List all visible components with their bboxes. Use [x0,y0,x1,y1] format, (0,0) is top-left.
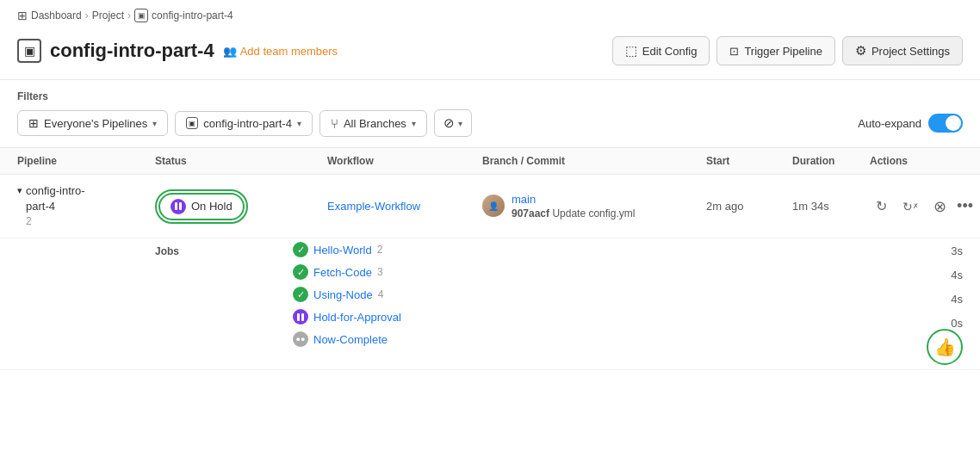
teams-icon: 👥 [223,45,237,58]
col-status: Status [155,155,327,167]
avatar: 👤 [482,195,505,217]
pipeline-name: ▾ config-intro- part-4 2 [17,183,155,229]
pipeline-icon-small: ▣ [134,9,148,22]
table-header: Pipeline Status Workflow Branch / Commit… [0,147,980,175]
status-badge: On Hold [158,193,245,220]
status-text: On Hold [191,200,233,213]
more-menu-button[interactable]: ••• [957,197,973,215]
col-workflow: Workflow [327,155,482,167]
project-settings-button[interactable]: ⚙ Project Settings [842,36,963,65]
pipeline-name-line2: part-4 [26,199,85,214]
breadcrumb-sep2: › [127,9,131,22]
branch-name[interactable]: main [512,193,635,206]
add-team-link[interactable]: 👥 Add team members [223,45,338,58]
cancel-button[interactable]: ⊗ [927,195,952,219]
actions-cell: ↻ ↻✗ ⊗ ••• [870,195,973,219]
project-filter-icon: ▣ [186,117,198,129]
job-name[interactable]: Using-Node [313,288,373,301]
filters-row: ⊞ Everyone's Pipelines ▾ ▣ config-intro-… [17,109,963,137]
branch-icon: ⑂ [331,116,338,131]
pipeline-number: 2 [26,214,85,229]
success-icon: ✓ [293,242,308,257]
status-badge-wrapper: On Hold [155,189,248,224]
status-cell: On Hold [155,189,327,224]
job-name[interactable]: Hold-for-Approval [313,311,401,324]
start-time: 2m ago [706,200,792,213]
col-branch: Branch / Commit [482,155,706,167]
workflow-link[interactable]: Example-Workflow [327,200,420,213]
breadcrumb-project[interactable]: config-intro-part-4 [152,9,233,22]
breadcrumb-category: Project [92,9,124,22]
job-duration: 4s [951,269,963,281]
expand-chevron[interactable]: ▾ [17,185,22,196]
job-num: 2 [377,244,383,256]
hold-icon [293,309,308,325]
chevron-icon: ▾ [152,119,157,128]
chevron-icon3: ▾ [412,119,416,128]
dashboard-icon: ⊞ [17,9,28,22]
col-start: Start [706,155,792,167]
breadcrumb: ⊞ Dashboard › Project › ▣ config-intro-p… [0,0,980,28]
gear-icon: ⚙ [855,43,866,59]
job-num: 4 [378,288,384,300]
edit-config-button[interactable]: ⬚ Edit Config [612,36,710,65]
everyone-pipelines-dropdown[interactable]: ⊞ Everyone's Pipelines ▾ [17,110,168,136]
duration: 1m 34s [792,200,870,213]
jobs-content: ✓ Hello-World 2 ✓ Fetch-Code 3 ✓ Using-N… [293,238,980,359]
filters-section: Filters ⊞ Everyone's Pipelines ▾ ▣ confi… [0,80,980,147]
workflow-cell: Example-Workflow [327,200,482,213]
filter-extra-button[interactable]: ⊘ ▾ [434,109,472,137]
job-duration: 4s [951,293,963,306]
job-num: 3 [377,266,383,278]
filter-icon: ⊘ [443,115,455,131]
breadcrumb-dashboard[interactable]: Dashboard [31,9,82,22]
success-icon: ✓ [293,264,308,280]
jobs-label: Jobs [155,245,179,257]
pipelines-icon: ⊞ [28,116,39,130]
breadcrumb-sep: › [85,9,89,22]
project-filter-dropdown[interactable]: ▣ config-intro-part-4 ▾ [175,111,313,136]
pipeline-row: ▾ config-intro- part-4 2 On Hold Example… [0,175,980,238]
hold-status-icon [171,199,186,214]
job-name[interactable]: Fetch-Code [313,266,372,279]
list-item: Hold-for-Approval [293,306,927,328]
jobs-list: ✓ Hello-World 2 ✓ Fetch-Code 3 ✓ Using-N… [293,238,927,359]
col-pipeline: Pipeline [17,155,155,167]
branch-commit-cell: 👤 main 907aacf Update config.yml [482,193,706,220]
header-actions: ⬚ Edit Config ⊡ Trigger Pipeline ⚙ Proje… [612,36,963,65]
page-header: ▣ config-intro-part-4 👥 Add team members… [0,28,980,80]
running-icon: ●● [293,331,308,347]
auto-expand-toggle[interactable] [928,114,963,133]
auto-expand-section: Auto-expand [858,114,963,133]
filter-chevron: ▾ [458,119,462,128]
chevron-icon2: ▾ [297,119,301,128]
filters-label: Filters [17,90,963,102]
col-actions: Actions [870,155,973,167]
header-left: ▣ config-intro-part-4 👥 Add team members [17,39,612,63]
jobs-section: Jobs ✓ Hello-World 2 ✓ Fetch-Code 3 [0,238,980,370]
pipeline-name-line1: config-intro- [26,183,85,199]
project-icon: ▣ [17,39,41,63]
page-title: config-intro-part-4 [50,40,214,62]
toggle-knob [946,115,961,131]
rerun-button[interactable]: ↻ [870,195,894,219]
rerun-failed-button[interactable]: ↻✗ [899,195,923,219]
durations-col: 3s 4s 4s 0s 👍 [927,238,980,359]
col-duration: Duration [792,155,870,167]
success-icon: ✓ [293,287,308,302]
trigger-pipeline-button[interactable]: ⊡ Trigger Pipeline [716,36,835,65]
job-name[interactable]: Now-Complete [313,333,388,346]
job-duration: 0s [951,317,963,330]
edit-config-icon: ⬚ [625,43,637,59]
commit-info: 907aacf Update config.yml [512,207,635,220]
job-name[interactable]: Hello-World [313,244,372,257]
approve-button[interactable]: 👍 [927,329,963,365]
list-item: ✓ Using-Node 4 [293,283,927,306]
job-duration: 3s [951,244,963,257]
list-item: ✓ Fetch-Code 3 [293,261,927,283]
list-item: ●● Now-Complete [293,328,927,350]
branches-filter-dropdown[interactable]: ⑂ All Branches ▾ [319,110,427,137]
jobs-label-cell: Jobs [0,238,293,359]
trigger-icon: ⊡ [729,45,739,58]
list-item: ✓ Hello-World 2 [293,238,927,261]
